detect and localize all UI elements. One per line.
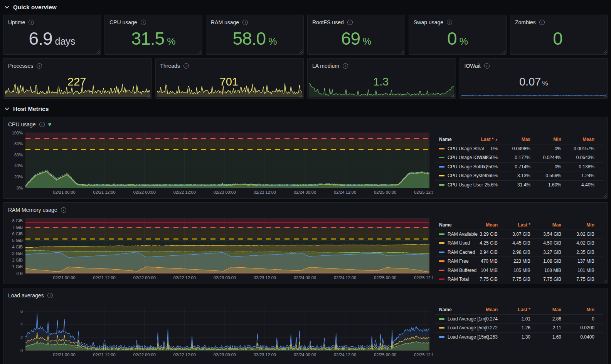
info-icon[interactable] (37, 63, 42, 69)
svg-text:02/24 12:00: 02/24 12:00 (334, 352, 356, 357)
legend-header-last[interactable]: Last *∧ (461, 137, 498, 142)
panel-title: RAM usage (211, 19, 239, 25)
svg-text:02/25 12:00: 02/25 12:00 (414, 275, 433, 280)
legend-row[interactable]: RAM Buffered104 MiB105 MiB108 MiB101 MiB (435, 266, 603, 275)
info-icon[interactable] (447, 20, 452, 25)
info-icon[interactable] (484, 63, 490, 69)
load-averages-chart-panel: Load averages 024602/21 00:0002/21 12:00… (3, 288, 608, 364)
legend-value: 0.0498% (498, 146, 530, 151)
svg-text:02/23 12:00: 02/23 12:00 (254, 352, 276, 357)
legend-value: 4.50 GiB (530, 240, 561, 246)
info-icon[interactable] (61, 207, 66, 213)
legend-header-min[interactable]: Min (561, 307, 594, 312)
section-host-metrics[interactable]: Host Metrics (5, 104, 608, 113)
info-icon[interactable] (347, 20, 353, 25)
legend-row[interactable]: Load Average [1m]0.2741.012.860 (435, 314, 603, 324)
legend-value: 3.13% (498, 173, 530, 178)
stat-value: 31.5% (105, 28, 202, 49)
info-icon[interactable] (141, 20, 146, 25)
svg-text:60%: 60% (14, 153, 23, 157)
legend-header-min[interactable]: Min (561, 222, 594, 228)
legend-header-max[interactable]: Max (530, 222, 561, 228)
legend-value: 4.45 GiB (498, 240, 530, 246)
legend-row[interactable]: RAM Free470 MiB223 MiB1.08 GiB137 MiB (435, 257, 603, 266)
info-icon[interactable] (539, 20, 545, 25)
legend-value: 1.26 (498, 325, 530, 330)
legend-value: 470 MiB (461, 258, 498, 264)
legend-row[interactable]: RAM Total7.75 GiB7.75 GiB7.75 GiB7.75 Gi… (435, 275, 603, 284)
svg-text:100%: 100% (12, 131, 23, 135)
series-color-swatch (439, 233, 444, 235)
legend-value: 1.08 GiB (530, 258, 561, 264)
legend-header-mean[interactable]: Mean (461, 222, 498, 228)
info-icon[interactable] (343, 63, 348, 69)
legend-row[interactable]: RAM Cached2.94 GiB2.98 GiB3.27 GiB2.35 G… (435, 248, 603, 257)
legend-value: 0.253 (461, 334, 498, 340)
legend-value: 0.177% (498, 155, 530, 160)
legend-value: 1.60% (530, 182, 561, 188)
legend-header-row: NameMeanLast *MaxMin (435, 305, 603, 314)
ram-usage-chart[interactable]: 0 B1 GiB2 GiB3 GiB4 GiB5 GiB6 GiB7 GiB8 … (5, 215, 433, 281)
legend-row[interactable]: RAM Available3.29 GiB3.07 GiB3.54 GiB3.0… (435, 230, 603, 239)
info-icon[interactable] (29, 20, 34, 25)
legend-value: 4.40% (561, 182, 594, 188)
legend-value: 108 MiB (530, 268, 561, 273)
series-color-swatch (439, 242, 444, 244)
legend-value: 0.0400 (561, 334, 594, 340)
legend-header-row: NameLast *∧MaxMinMean (435, 135, 603, 144)
legend-header-mean[interactable]: Mean (561, 137, 594, 142)
info-icon[interactable] (39, 122, 45, 127)
legend-header-name[interactable]: Name (439, 307, 461, 312)
legend-header-min[interactable]: Min (530, 137, 561, 142)
dashboard: Quick overview Uptime 6.9days CPU usage … (0, 0, 611, 364)
legend-row[interactable]: Load Average [5m]0.2721.262.110.0200 (435, 323, 603, 332)
svg-text:02/23 12:00: 02/23 12:00 (254, 190, 276, 195)
legend-header-name[interactable]: Name (439, 137, 461, 142)
series-color-swatch (439, 278, 444, 280)
legend-value: 7.75 GiB (498, 277, 530, 282)
legend-header-mean[interactable]: Mean (461, 307, 498, 312)
svg-text:02/22 12:00: 02/22 12:00 (173, 190, 196, 195)
legend-row[interactable]: CPU Usage System1.65%3.13%0.556%1.24% (435, 171, 603, 180)
legend-header-max[interactable]: Max (530, 307, 561, 312)
load-averages-chart[interactable]: 024602/21 00:0002/21 12:0002/22 00:0002/… (5, 304, 433, 358)
legend-value: 104 MiB (461, 268, 498, 273)
series-color-swatch (439, 148, 444, 149)
svg-text:02/24 00:00: 02/24 00:00 (294, 275, 316, 280)
svg-text:02/24 00:00: 02/24 00:00 (294, 352, 316, 357)
legend-value: 0.556% (530, 173, 561, 178)
legend-value: 1.30 (498, 334, 530, 340)
legend-header-max[interactable]: Max (498, 137, 530, 142)
panel-title: RAM Memory usage (8, 207, 57, 213)
svg-text:3 GiB: 3 GiB (12, 251, 23, 256)
legend-header-last[interactable]: Last * (498, 222, 530, 228)
section-quick-overview[interactable]: Quick overview (5, 2, 608, 12)
info-icon[interactable] (242, 20, 248, 25)
svg-text:02/22 00:00: 02/22 00:00 (133, 275, 156, 280)
svg-text:02/21 12:00: 02/21 12:00 (93, 352, 116, 357)
legend-value: 4.02 GiB (561, 240, 594, 246)
legend-row[interactable]: CPU Usage IOWait0.0250%0.177%0.0244%0.06… (435, 153, 603, 162)
stat-panel-uptime: Uptime 6.9days (3, 15, 101, 55)
series-color-swatch (439, 157, 444, 158)
legend-row[interactable]: CPU Usage User25.6%31.4%1.60%4.40% (435, 180, 603, 190)
legend-row[interactable]: RAM Used4.25 GiB4.45 GiB4.50 GiB4.02 GiB (435, 238, 603, 248)
legend-row[interactable]: CPU Usage Softirq0.250%0.714%0%0.138% (435, 162, 603, 171)
info-icon[interactable] (183, 63, 189, 69)
legend-row[interactable]: CPU Usage Steal0%0.0498%0%0.00157% (435, 144, 603, 153)
svg-text:02/22 00:00: 02/22 00:00 (133, 190, 156, 195)
legend-value: 1.01 (498, 316, 530, 322)
cpu-usage-chart[interactable]: 0%20%40%60%80%100%02/21 00:0002/21 12:00… (5, 129, 433, 196)
load-averages-legend: NameMeanLast *MaxMinLoad Average [1m]0.2… (433, 304, 604, 358)
legend-value: 0.0643% (561, 155, 594, 160)
legend-value: 0.250% (461, 164, 498, 169)
svg-text:4: 4 (20, 322, 23, 327)
legend-header-row: NameMeanLast *MaxMin (435, 220, 603, 230)
info-icon[interactable] (47, 293, 53, 298)
legend-header-name[interactable]: Name (439, 222, 461, 228)
legend-value: 0.138% (561, 164, 594, 169)
svg-text:02/24 12:00: 02/24 12:00 (334, 275, 356, 280)
ram-usage-legend: NameMeanLast *MaxMinRAM Available3.29 Gi… (433, 215, 604, 284)
legend-row[interactable]: Load Average [15m]0.2531.301.690.0400 (435, 332, 603, 342)
legend-header-last[interactable]: Last * (498, 307, 530, 312)
